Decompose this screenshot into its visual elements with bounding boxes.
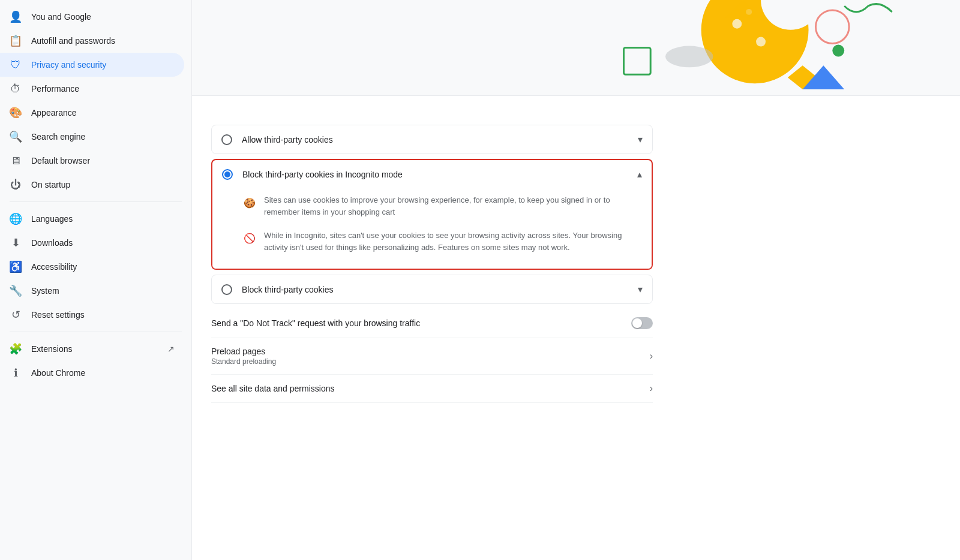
radio-option-block[interactable]: Block third-party cookies ▾ [211, 275, 653, 304]
languages-label: Languages [31, 214, 175, 224]
sidebar-divider-1 [10, 201, 182, 202]
privacy-icon: 🛡 [10, 59, 22, 71]
extensions-external-icon: ↗ [167, 344, 175, 354]
radio-label-block: Block third-party cookies [242, 285, 638, 294]
sidebar-item-accessibility[interactable]: ♿ Accessibility [0, 255, 184, 279]
default-browser-label: Default browser [31, 156, 175, 165]
reset-settings-label: Reset settings [31, 310, 175, 320]
settings-rows: Send a "Do Not Track" request with your … [211, 309, 653, 403]
settings-row-sublabel-preload-pages: Standard preloading [211, 357, 276, 366]
extensions-label: Extensions [31, 344, 158, 354]
chevron-block: ▾ [638, 284, 643, 295]
settings-row-preload-pages[interactable]: Preload pages Standard preloading › [211, 338, 653, 375]
chevron-block-incognito: ▴ [637, 168, 642, 180]
svg-point-2 [732, 19, 742, 29]
about-chrome-icon: ℹ [10, 367, 22, 379]
sidebar-item-reset-settings[interactable]: ↺ Reset settings [0, 303, 184, 327]
expanded-icon-1: 🚫 [242, 231, 257, 245]
settings-row-do-not-track[interactable]: Send a "Do Not Track" request with your … [211, 309, 653, 338]
on-startup-icon: ⏻ [10, 179, 22, 191]
radio-label-allow: Allow third-party cookies [242, 135, 638, 144]
sidebar-item-autofill[interactable]: 📋 Autofill and passwords [0, 29, 184, 53]
svg-point-6 [665, 46, 713, 68]
about-chrome-label: About Chrome [31, 368, 175, 378]
autofill-icon: 📋 [10, 35, 22, 47]
autofill-label: Autofill and passwords [31, 36, 175, 46]
sidebar-item-extensions[interactable]: 🧩 Extensions ↗ [0, 337, 184, 361]
content-area: Allow third-party cookies ▾ Block third-… [192, 96, 672, 417]
main-content: Allow third-party cookies ▾ Block third-… [192, 0, 960, 560]
search-engine-label: Search engine [31, 132, 175, 141]
downloads-label: Downloads [31, 238, 175, 248]
radio-options: Allow third-party cookies ▾ Block third-… [211, 125, 653, 304]
reset-settings-icon: ↺ [10, 309, 22, 321]
radio-label-block-incognito: Block third-party cookies in Incognito m… [242, 170, 637, 179]
performance-label: Performance [31, 84, 175, 94]
svg-point-10 [832, 45, 844, 57]
svg-point-11 [815, 10, 849, 44]
sidebar-item-downloads[interactable]: ⬇ Downloads [0, 231, 184, 255]
radio-expanded-content-block-incognito: 🍪 Sites can use cookies to improve your … [212, 188, 652, 269]
arrow-preload-pages: › [650, 351, 653, 362]
illustration-area [192, 0, 960, 96]
radio-header-block-incognito[interactable]: Block third-party cookies in Incognito m… [212, 160, 652, 188]
sidebar-item-you-and-google[interactable]: 👤 You and Google [0, 5, 184, 29]
settings-row-label-block-preload-pages: Preload pages Standard preloading [211, 347, 276, 366]
radio-circle-block-incognito [222, 169, 233, 180]
appearance-icon: 🎨 [10, 107, 22, 119]
default-browser-icon: 🖥 [10, 155, 22, 167]
svg-point-3 [756, 37, 766, 47]
performance-icon: ⏱ [10, 83, 22, 95]
arrow-site-data: › [650, 383, 653, 394]
expanded-item-1: 🚫 While in Incognito, sites can't use yo… [242, 224, 642, 259]
downloads-icon: ⬇ [10, 237, 22, 249]
settings-row-label-site-data: See all site data and permissions [211, 384, 334, 393]
radio-circle-allow [221, 134, 232, 145]
sidebar-item-on-startup[interactable]: ⏻ On startup [0, 173, 184, 197]
languages-icon: 🌐 [10, 213, 22, 225]
search-engine-icon: 🔍 [10, 131, 22, 143]
you-and-google-icon: 👤 [10, 11, 22, 23]
accessibility-icon: ♿ [10, 261, 22, 273]
sidebar-item-appearance[interactable]: 🎨 Appearance [0, 101, 184, 125]
settings-row-label-do-not-track: Send a "Do Not Track" request with your … [211, 318, 420, 328]
svg-rect-5 [624, 48, 651, 75]
expanded-text-0: Sites can use cookies to improve your br… [264, 194, 642, 218]
sidebar-item-system[interactable]: 🔧 System [0, 279, 184, 303]
settings-row-site-data[interactable]: See all site data and permissions› [211, 375, 653, 403]
sidebar-divider-2 [10, 332, 182, 332]
sidebar: 👤 You and Google 📋 Autofill and password… [0, 0, 192, 560]
appearance-label: Appearance [31, 108, 175, 118]
extensions-icon: 🧩 [10, 343, 22, 355]
sidebar-item-languages[interactable]: 🌐 Languages [0, 207, 184, 231]
expanded-text-1: While in Incognito, sites can't use your… [264, 230, 642, 253]
expanded-icon-0: 🍪 [242, 195, 257, 210]
accessibility-label: Accessibility [31, 262, 175, 272]
on-startup-label: On startup [31, 180, 175, 189]
expanded-item-0: 🍪 Sites can use cookies to improve your … [242, 188, 642, 224]
radio-circle-block [221, 284, 232, 295]
you-and-google-label: You and Google [31, 12, 175, 22]
settings-row-label-preload-pages: Preload pages [211, 347, 276, 356]
radio-option-block-incognito[interactable]: Block third-party cookies in Incognito m… [211, 159, 653, 270]
radio-option-allow[interactable]: Allow third-party cookies ▾ [211, 125, 653, 154]
privacy-label: Privacy and security [31, 60, 175, 70]
toggle-do-not-track[interactable] [631, 317, 653, 329]
sidebar-item-performance[interactable]: ⏱ Performance [0, 77, 184, 101]
sidebar-item-search-engine[interactable]: 🔍 Search engine [0, 125, 184, 149]
sidebar-item-privacy[interactable]: 🛡 Privacy and security [0, 53, 184, 77]
sidebar-item-about-chrome[interactable]: ℹ About Chrome [0, 361, 184, 385]
sidebar-item-default-browser[interactable]: 🖥 Default browser [0, 149, 184, 173]
chevron-allow: ▾ [638, 134, 643, 145]
system-label: System [31, 286, 175, 296]
system-icon: 🔧 [10, 285, 22, 297]
